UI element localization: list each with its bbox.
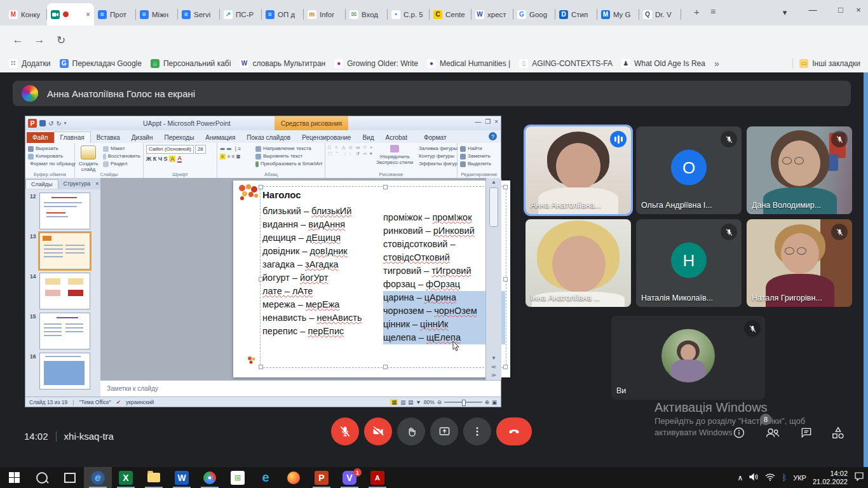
browser-tab-meet-active[interactable]: × — [47, 3, 94, 25]
ribbon-tab-insert[interactable]: Вставка — [91, 132, 126, 143]
tab-close-icon[interactable]: × — [86, 10, 90, 19]
participant-tile[interactable]: Інна Анатоліївна ... — [526, 219, 631, 307]
slide-thumbnail[interactable]: 12 — [39, 193, 90, 229]
slide-thumbnail[interactable]: 14 — [39, 273, 90, 309]
fit-to-window-icon[interactable]: ▣ — [492, 399, 497, 405]
participant-tile[interactable]: Наталя Григорівн... — [747, 219, 852, 307]
ribbon-tab-format[interactable]: Формат — [418, 132, 452, 143]
bookmark-item[interactable]: ⌂ Персональний кабі — [151, 59, 231, 68]
zoom-in-icon[interactable]: ⊕ — [485, 399, 489, 405]
browser-tab[interactable]: D Стип — [555, 3, 597, 25]
present-screen-button[interactable] — [430, 417, 458, 445]
view-reading-icon[interactable]: ▤ — [408, 399, 413, 405]
tray-hidden-icons-chevron[interactable]: ∧ — [738, 473, 743, 482]
mic-toggle-button[interactable] — [331, 417, 359, 445]
bookmark-item[interactable]: ♟ What Old Age Is Rea — [621, 59, 705, 68]
wifi-icon[interactable] — [765, 472, 775, 484]
ribbon-tab-slideshow[interactable]: Показ слайдов — [241, 132, 296, 143]
bookmark-item[interactable]: ● Growing Older: Write — [334, 59, 418, 68]
bookmark-item[interactable]: ∷ Додатки — [9, 59, 51, 68]
raise-hand-button[interactable] — [397, 417, 425, 445]
pp-close-button[interactable]: × — [494, 118, 498, 125]
other-bookmarks-folder[interactable]: ▭ Інші закладки — [799, 59, 860, 68]
taskbar-store-icon[interactable]: ⊞ — [224, 467, 252, 488]
activities-icon[interactable] — [830, 424, 846, 441]
font-name-box[interactable]: Calibri (Основной) — [146, 145, 194, 154]
panel-tab-slides[interactable]: Слайды — [25, 179, 58, 189]
browser-tab[interactable]: ≡ Прот — [94, 3, 136, 25]
spellcheck-icon[interactable]: ✔ — [116, 399, 121, 405]
participant-tile[interactable]: О Ольга Андріївна І... — [636, 126, 742, 214]
taskbar-firefox-icon[interactable] — [280, 467, 308, 488]
new-tab-button[interactable]: + — [694, 6, 700, 17]
ribbon-tab-acrobat[interactable]: Acrobat — [379, 132, 412, 143]
shapes-gallery[interactable]: □○△◇▭☆⟡ ⬚⌒〈〉↺⇨▾ — [328, 145, 375, 157]
undo-icon[interactable]: ↺ — [48, 120, 53, 127]
taskbar-search-icon[interactable] — [28, 467, 56, 488]
help-icon[interactable]: ? — [489, 132, 497, 140]
panel-close-icon[interactable]: × — [95, 180, 98, 187]
window-minimize-button[interactable]: — — [802, 0, 824, 19]
browser-tab[interactable]: M Конку — [5, 3, 47, 25]
reload-button[interactable]: ↻ — [52, 31, 70, 49]
camera-toggle-button[interactable] — [364, 417, 392, 445]
browser-tab[interactable]: C Cente — [430, 3, 471, 25]
volume-icon[interactable] — [749, 472, 759, 484]
taskbar-edge-icon[interactable]: e — [252, 467, 280, 488]
ribbon-tab-design[interactable]: Дизайн — [126, 132, 159, 143]
zoom-slider[interactable] — [444, 402, 482, 403]
participant-tile[interactable]: Анна Анатоліївна... — [526, 126, 631, 214]
end-call-button[interactable] — [496, 417, 532, 445]
browser-tab[interactable]: ≡ Servi — [178, 3, 220, 25]
font-format-buttons[interactable]: Ж К Ч S A A — [146, 155, 214, 163]
browser-tab[interactable]: m Infor — [304, 3, 346, 25]
browser-tab[interactable]: ≡ Міжн — [136, 3, 178, 25]
bookmark-item[interactable]: ● Medical Humanities | — [427, 59, 510, 68]
view-normal-icon[interactable]: ▦ — [390, 399, 398, 405]
taskbar-word-icon[interactable]: W — [168, 467, 196, 488]
window-maximize-button[interactable]: □ — [830, 0, 851, 19]
bookmark-item[interactable]: G Перекладач Google — [60, 59, 142, 68]
meeting-details-icon[interactable] — [731, 424, 747, 441]
titlebar-extra-icon[interactable]: ▾ — [774, 3, 796, 22]
ribbon-tab-home[interactable]: Главная — [54, 132, 91, 143]
taskbar-excel-icon[interactable]: X — [112, 467, 140, 488]
browser-tab[interactable]: W хрест — [471, 3, 513, 25]
browser-tab[interactable]: • С.р. 5 — [388, 3, 430, 25]
participant-tile[interactable]: Дана Володимир... — [747, 126, 852, 214]
notes-pane[interactable]: Заметки к слайду — [100, 380, 501, 396]
taskbar-chrome-icon[interactable] — [196, 467, 224, 488]
task-view-icon[interactable] — [56, 467, 84, 488]
browser-tab[interactable]: ✉ Вход — [346, 3, 388, 25]
browser-tab[interactable]: M My G — [597, 3, 639, 25]
browser-tab[interactable]: Q Dr. V — [639, 3, 681, 25]
start-button[interactable] — [0, 467, 28, 488]
view-sorter-icon[interactable]: ▥ — [400, 399, 405, 405]
view-slideshow-icon[interactable]: ▼ — [416, 399, 421, 405]
ribbon-tab-animation[interactable]: Анимация — [200, 132, 241, 143]
bookmark-item[interactable]: W словарь Мультитран — [240, 59, 325, 68]
slide-thumbnail-selected[interactable]: 13 — [39, 233, 90, 269]
more-options-button[interactable] — [463, 417, 491, 445]
slide-canvas[interactable]: Наголос близький – близькИй видання – ви… — [233, 180, 510, 377]
bookmark-item[interactable]: ▯ AGING-CONTEXTS-FA — [519, 59, 613, 68]
browser-tab[interactable]: ↗ ПС-Р — [220, 3, 262, 25]
bluetooth-icon[interactable]: ᛒ — [782, 473, 787, 482]
window-close-button[interactable]: × — [849, 0, 868, 19]
action-center-icon[interactable] — [854, 471, 864, 484]
taskbar-viber-icon[interactable]: V 1 — [336, 467, 363, 488]
pp-restore-button[interactable]: ❐ — [485, 118, 491, 125]
qat-caret-icon[interactable]: ▾ — [64, 121, 67, 126]
forward-button[interactable]: → — [31, 31, 48, 49]
chat-icon[interactable] — [798, 424, 815, 441]
self-tile[interactable]: Ви — [611, 316, 765, 400]
bookmarks-overflow-chevron[interactable]: » — [714, 58, 719, 69]
panel-tab-outline[interactable]: Структура — [58, 179, 96, 188]
new-slide-button[interactable]: Создать слайд — [78, 145, 99, 172]
taskbar-powerpoint-icon[interactable]: P — [308, 467, 336, 488]
taskbar-acrobat-icon[interactable]: A — [363, 467, 391, 488]
font-size-box[interactable]: 28 — [195, 145, 206, 154]
slide-scrollbar[interactable]: ▲ ▼ ≪ ≫ — [485, 178, 501, 380]
participant-tile[interactable]: Н Наталія Миколаїв... — [636, 219, 742, 307]
slide-thumbnail[interactable]: 15 — [39, 313, 90, 349]
